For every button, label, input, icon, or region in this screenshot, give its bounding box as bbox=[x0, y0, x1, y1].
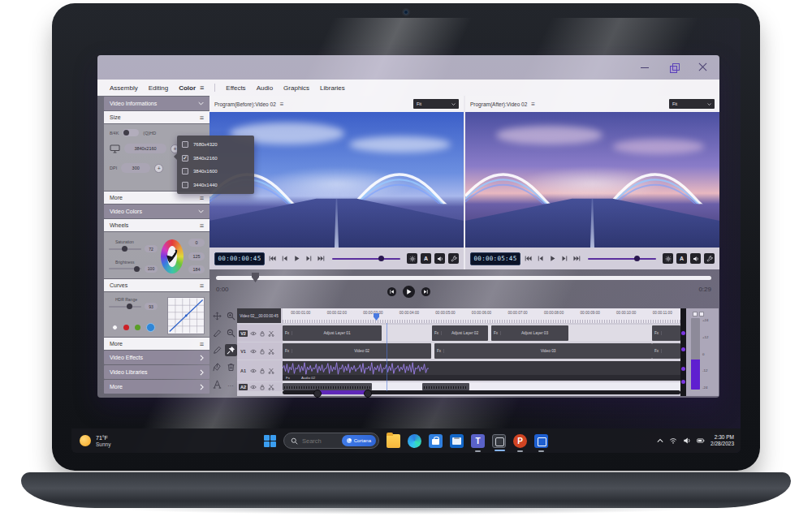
scrollbar-thumb[interactable] bbox=[317, 390, 369, 394]
step-back-button[interactable] bbox=[280, 254, 289, 263]
skip-end-button[interactable] bbox=[317, 254, 326, 263]
pencil-tool-icon[interactable] bbox=[211, 344, 223, 356]
settings-button[interactable] bbox=[407, 253, 417, 264]
clip-adjust-layer-03[interactable]: FxAdjust Layer 03 bbox=[491, 325, 568, 341]
hdr-range-slider[interactable] bbox=[109, 306, 141, 308]
monitor-scrub-slider[interactable] bbox=[588, 258, 656, 260]
clip-fx[interactable]: Fx bbox=[652, 325, 680, 341]
play-button[interactable] bbox=[292, 254, 301, 263]
word-app-icon[interactable] bbox=[534, 434, 548, 448]
skip-start-button[interactable] bbox=[524, 254, 533, 263]
checkbox[interactable] bbox=[182, 182, 188, 188]
trash-icon[interactable] bbox=[225, 361, 237, 373]
scissors-icon[interactable] bbox=[268, 330, 274, 337]
pin-tool-icon[interactable] bbox=[225, 344, 237, 356]
restore-icon[interactable] bbox=[669, 62, 679, 72]
clip-video-02[interactable]: FxVideo 02 bbox=[283, 343, 431, 359]
hamburger-icon[interactable]: ≡ bbox=[200, 222, 204, 230]
section-video-effects[interactable]: Video Effects bbox=[104, 351, 209, 364]
hamburger-icon[interactable]: ≡ bbox=[200, 84, 204, 92]
channel-white-dot[interactable] bbox=[112, 325, 118, 330]
scissors-icon[interactable] bbox=[268, 384, 274, 390]
menu-effects[interactable]: Effects bbox=[226, 84, 245, 92]
teams-icon[interactable] bbox=[471, 434, 485, 448]
timeline-tab[interactable]: Video 02__00:00:00:45 bbox=[237, 308, 281, 323]
audio-clip[interactable] bbox=[283, 383, 372, 390]
hamburger-icon[interactable]: ≡ bbox=[200, 194, 204, 202]
play-button[interactable] bbox=[403, 286, 415, 298]
step-forward-button[interactable] bbox=[560, 254, 569, 263]
channel-blue-dot[interactable] bbox=[146, 323, 155, 332]
resolution-toggle[interactable] bbox=[123, 129, 139, 136]
step-forward-button[interactable] bbox=[304, 254, 313, 263]
lock-icon[interactable] bbox=[259, 368, 266, 374]
volume-icon[interactable] bbox=[683, 437, 691, 445]
track-id[interactable]: V1 bbox=[239, 349, 248, 354]
pen-tool-icon[interactable] bbox=[211, 361, 223, 373]
menu-libraries[interactable]: Libraries bbox=[320, 84, 345, 92]
forward-button[interactable] bbox=[421, 287, 430, 296]
checkbox[interactable] bbox=[182, 168, 188, 174]
video-editor-app-icon[interactable] bbox=[492, 434, 506, 448]
more-tools-icon[interactable]: … bbox=[225, 378, 237, 390]
resolution-option[interactable]: 3840x1600 bbox=[182, 168, 249, 174]
microsoft-store-icon[interactable] bbox=[429, 434, 443, 448]
saturation-slider[interactable] bbox=[109, 248, 141, 250]
close-icon[interactable] bbox=[698, 62, 708, 72]
section-more-3[interactable]: More bbox=[104, 380, 209, 394]
search-input[interactable] bbox=[302, 437, 338, 445]
move-tool-icon[interactable] bbox=[211, 310, 223, 322]
chevron-up-icon[interactable] bbox=[657, 437, 663, 444]
zoom-in-icon[interactable] bbox=[225, 310, 237, 322]
section-wheels[interactable]: Wheels ≡ bbox=[104, 219, 209, 231]
track-id[interactable]: V2 bbox=[239, 330, 248, 337]
visibility-icon[interactable] bbox=[250, 330, 257, 337]
menu-assembly[interactable]: Assembly bbox=[110, 84, 138, 92]
menu-color[interactable]: Color bbox=[179, 84, 196, 92]
skip-end-button[interactable] bbox=[572, 254, 581, 263]
scrub-playhead[interactable] bbox=[252, 273, 259, 282]
volume-button[interactable] bbox=[434, 253, 445, 264]
play-button[interactable] bbox=[548, 254, 557, 263]
color-wheel[interactable] bbox=[161, 239, 184, 273]
scissors-icon[interactable] bbox=[268, 368, 274, 374]
audio-button[interactable]: A bbox=[676, 253, 687, 264]
audio-clip[interactable] bbox=[422, 383, 469, 390]
dpi-stepper[interactable]: + bbox=[154, 164, 163, 173]
settings-button[interactable] bbox=[663, 253, 673, 264]
wifi-icon[interactable] bbox=[669, 437, 677, 445]
resolution-option[interactable]: 7680x4320 bbox=[182, 141, 249, 148]
visibility-icon[interactable] bbox=[250, 348, 257, 355]
tools-button[interactable] bbox=[704, 253, 715, 264]
track-id[interactable]: A1 bbox=[239, 368, 248, 373]
section-size[interactable]: Size ≡ bbox=[104, 111, 209, 123]
checkbox-checked[interactable]: ✓ bbox=[182, 155, 188, 161]
brightness-slider[interactable] bbox=[109, 268, 141, 269]
tools-button[interactable] bbox=[448, 253, 459, 264]
section-video-libraries[interactable]: Video Libraries bbox=[104, 365, 209, 379]
visibility-icon[interactable] bbox=[250, 384, 257, 390]
razor-tool-icon[interactable] bbox=[211, 327, 223, 339]
clip-adjust-layer-02[interactable]: FxAdjust Layer 02 bbox=[432, 325, 488, 341]
scissors-icon[interactable] bbox=[268, 348, 274, 355]
clip-marker[interactable] bbox=[681, 331, 685, 335]
minimize-icon[interactable] bbox=[640, 62, 650, 72]
lock-open-icon[interactable] bbox=[259, 348, 266, 355]
clip-marker[interactable] bbox=[681, 347, 685, 351]
menu-editing[interactable]: Editing bbox=[149, 84, 168, 92]
hamburger-icon[interactable]: ≡ bbox=[200, 114, 204, 122]
step-back-button[interactable] bbox=[536, 254, 545, 263]
resolution-value[interactable]: 3840x2160 bbox=[124, 144, 166, 153]
channel-red-dot[interactable] bbox=[123, 325, 129, 330]
clip-audio-02[interactable]: Fx Audio 02 bbox=[283, 361, 680, 381]
fit-dropdown[interactable]: Fit bbox=[413, 99, 459, 109]
outlook-icon[interactable] bbox=[450, 434, 464, 448]
menu-audio[interactable]: Audio bbox=[257, 84, 273, 92]
resolution-option[interactable]: ✓ 3840x2160 bbox=[182, 155, 249, 161]
section-video-informations[interactable]: Video Informations bbox=[104, 97, 209, 110]
resolution-option[interactable]: 3440x1440 bbox=[182, 182, 249, 188]
search-box[interactable]: Cortana bbox=[283, 433, 379, 449]
monitor-scrub-slider[interactable] bbox=[332, 258, 400, 260]
visibility-icon[interactable] bbox=[250, 368, 257, 374]
rewind-button[interactable] bbox=[387, 287, 396, 296]
